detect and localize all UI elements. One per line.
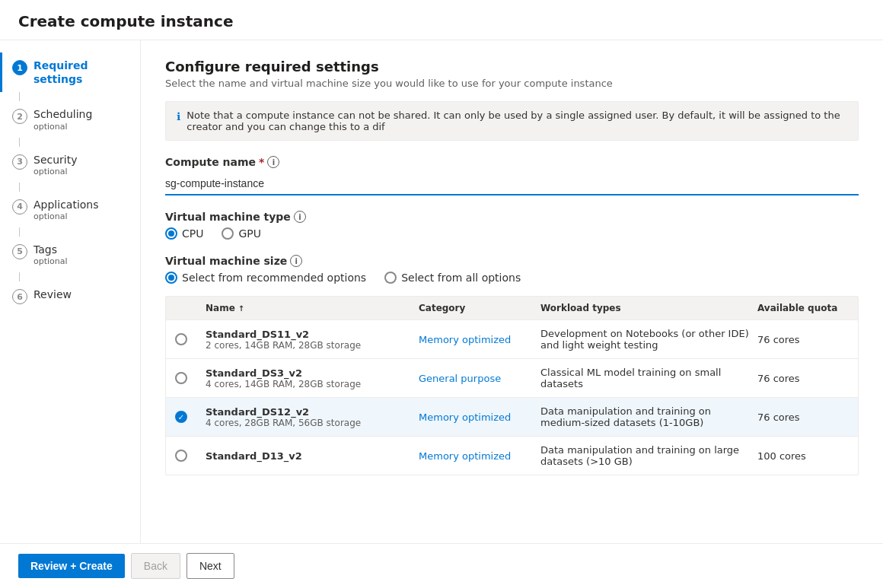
row2-category-link[interactable]: General purpose xyxy=(419,373,501,384)
all-radio-unchecked xyxy=(384,272,397,284)
step-number-4: 4 xyxy=(12,199,27,215)
row1-vm-name: Standard_DS11_v2 xyxy=(206,329,419,340)
row1-radio xyxy=(175,333,187,345)
row3-workload: Data manipulation and training on medium… xyxy=(540,405,757,428)
vm-size-info-icon[interactable]: i xyxy=(290,255,302,267)
step-number-6: 6 xyxy=(12,289,27,304)
row3-quota: 76 cores xyxy=(757,412,849,423)
page-title: Create compute instance xyxy=(0,0,883,40)
sidebar-label-scheduling: Scheduling xyxy=(33,107,92,121)
step-number-3: 3 xyxy=(12,154,27,170)
th-name[interactable]: Name ↑ xyxy=(206,303,419,313)
th-quota: Available quota xyxy=(757,303,849,313)
sidebar-item-tags[interactable]: 5 Tags optional xyxy=(0,237,140,272)
recommended-radio-checked xyxy=(165,272,177,284)
vm-type-info-icon[interactable]: i xyxy=(294,211,306,223)
row4-quota: 100 cores xyxy=(757,450,849,462)
gpu-radio-unchecked xyxy=(222,227,234,240)
step-number-2: 2 xyxy=(12,109,27,124)
row3-category[interactable]: Memory optimized xyxy=(419,411,540,423)
vm-size-recommended-option[interactable]: Select from recommended options xyxy=(165,272,366,284)
checkmark-icon: ✓ xyxy=(178,413,184,421)
gpu-label: GPU xyxy=(238,227,261,240)
row2-radio xyxy=(175,372,187,384)
row1-vm-specs: 2 cores, 14GB RAM, 28GB storage xyxy=(206,340,419,351)
info-banner-icon: ℹ xyxy=(177,110,180,122)
row3-name-cell: Standard_DS12_v2 4 cores, 28GB RAM, 56GB… xyxy=(206,406,419,428)
sidebar-label-review: Review xyxy=(33,288,72,301)
review-create-button[interactable]: Review + Create xyxy=(18,554,125,578)
sidebar-item-scheduling[interactable]: 2 Scheduling optional xyxy=(0,101,140,137)
table-header: Name ↑ Category Workload types Available… xyxy=(166,297,858,320)
vm-type-radio-group: CPU GPU xyxy=(165,227,859,240)
section-title: Configure required settings xyxy=(165,59,859,75)
cpu-radio-checked xyxy=(165,227,177,240)
row2-vm-specs: 4 cores, 14GB RAM, 28GB storage xyxy=(206,379,419,389)
row4-name-cell: Standard_D13_v2 xyxy=(206,450,419,462)
vm-size-section: Virtual machine size i Select from recom… xyxy=(165,255,859,475)
sidebar-sublabel-scheduling: optional xyxy=(33,122,92,132)
table-row[interactable]: Standard_DS3_v2 4 cores, 14GB RAM, 28GB … xyxy=(166,359,858,398)
compute-name-info-icon[interactable]: i xyxy=(267,156,279,168)
info-banner: ℹ Note that a compute instance can not b… xyxy=(165,101,859,141)
sort-arrow-icon: ↑ xyxy=(238,304,244,313)
th-name-label: Name xyxy=(206,303,235,313)
cpu-label: CPU xyxy=(182,227,203,240)
row2-category[interactable]: General purpose xyxy=(419,372,540,384)
row1-name-cell: Standard_DS11_v2 2 cores, 14GB RAM, 28GB… xyxy=(206,329,419,351)
row3-checkbox: ✓ xyxy=(175,411,187,423)
vm-size-table: Name ↑ Category Workload types Available… xyxy=(165,296,859,475)
back-button: Back xyxy=(131,553,180,579)
main-content: Configure required settings Select the n… xyxy=(141,40,883,586)
row4-select[interactable] xyxy=(175,450,206,462)
row1-category-link[interactable]: Memory optimized xyxy=(419,334,511,345)
row1-select[interactable] xyxy=(175,333,206,345)
sidebar-sublabel-applications: optional xyxy=(33,211,99,221)
sidebar-item-review[interactable]: 6 Review xyxy=(0,281,140,310)
row2-workload: Classical ML model training on small dat… xyxy=(540,367,757,389)
info-banner-text: Note that a compute instance can not be … xyxy=(186,110,847,132)
sidebar-item-security[interactable]: 3 Security optional xyxy=(0,147,140,183)
row2-vm-name: Standard_DS3_v2 xyxy=(206,367,419,379)
row3-select[interactable]: ✓ xyxy=(175,411,206,423)
compute-name-field: Compute name * i xyxy=(165,156,859,195)
table-row[interactable]: Standard_DS11_v2 2 cores, 14GB RAM, 28GB… xyxy=(166,320,858,359)
recommended-label: Select from recommended options xyxy=(182,272,366,284)
row2-quota: 76 cores xyxy=(757,373,849,384)
footer: Review + Create Back Next xyxy=(0,543,883,586)
step-number-5: 5 xyxy=(12,244,27,259)
table-row[interactable]: ✓ Standard_DS12_v2 4 cores, 28GB RAM, 56… xyxy=(166,398,858,437)
step-number-1: 1 xyxy=(12,60,27,75)
next-button[interactable]: Next xyxy=(186,553,234,579)
sidebar-label-applications: Applications xyxy=(33,198,99,211)
row2-name-cell: Standard_DS3_v2 4 cores, 14GB RAM, 28GB … xyxy=(206,367,419,389)
vm-size-all-option[interactable]: Select from all options xyxy=(384,272,521,284)
row3-category-link[interactable]: Memory optimized xyxy=(419,412,511,423)
sidebar-label-required: Required settings xyxy=(33,59,128,86)
vm-size-label: Virtual machine size xyxy=(165,255,287,267)
section-subtitle: Select the name and virtual machine size… xyxy=(165,78,859,89)
row1-category[interactable]: Memory optimized xyxy=(419,333,540,345)
row3-vm-specs: 4 cores, 28GB RAM, 56GB storage xyxy=(206,418,419,428)
vm-type-cpu-option[interactable]: CPU xyxy=(165,227,203,240)
sidebar-item-applications[interactable]: 4 Applications optional xyxy=(0,192,140,227)
row4-category[interactable]: Memory optimized xyxy=(419,450,540,462)
compute-name-label: Compute name xyxy=(165,156,256,168)
sidebar-label-security: Security xyxy=(33,153,78,167)
row2-select[interactable] xyxy=(175,372,206,384)
sidebar: 1 Required settings 2 Scheduling optiona… xyxy=(0,40,141,586)
sidebar-label-tags: Tags xyxy=(33,243,68,256)
all-options-label: Select from all options xyxy=(401,272,521,284)
compute-name-input[interactable] xyxy=(165,173,859,195)
th-select xyxy=(175,303,206,313)
th-workload: Workload types xyxy=(540,303,757,313)
vm-size-options-group: Select from recommended options Select f… xyxy=(165,272,859,284)
table-row[interactable]: Standard_D13_v2 Memory optimized Data ma… xyxy=(166,437,858,475)
row4-workload: Data manipulation and training on large … xyxy=(540,444,757,467)
vm-type-label: Virtual machine type xyxy=(165,211,291,223)
row4-vm-name: Standard_D13_v2 xyxy=(206,450,419,462)
row4-category-link[interactable]: Memory optimized xyxy=(419,450,511,462)
sidebar-item-required-settings[interactable]: 1 Required settings xyxy=(0,52,140,92)
sidebar-sublabel-tags: optional xyxy=(33,256,68,266)
vm-type-gpu-option[interactable]: GPU xyxy=(222,227,261,240)
